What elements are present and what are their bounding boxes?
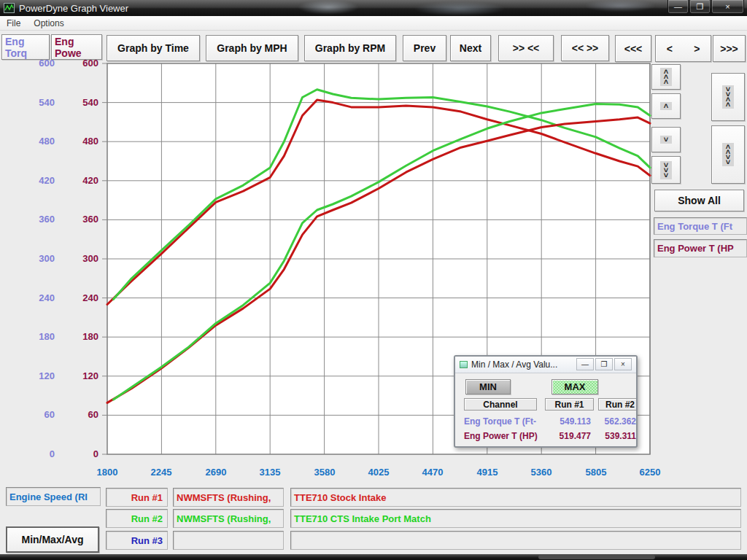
power-tick-360: 360	[66, 214, 98, 225]
rpm-tick-5805: 5805	[576, 467, 616, 478]
scroll-up-button[interactable]: ˄	[651, 93, 681, 119]
power-tick-300: 300	[66, 253, 98, 265]
popup-restore-button[interactable]: ❐	[595, 358, 613, 370]
popup-title-bar[interactable]: Min / Max / Avg Valu... — ❐ ×	[455, 357, 636, 373]
graph-by-mph-button[interactable]: Graph by MPH	[206, 35, 298, 61]
menu-options[interactable]: Options	[27, 17, 70, 30]
popup-power-max-run1: 519.477	[544, 431, 591, 441]
triple-chevron-up-icon: ˄ ˄ ˄	[660, 68, 672, 86]
next-button[interactable]: Next	[450, 35, 491, 61]
menu-file[interactable]: File	[0, 17, 27, 30]
rpm-tick-4470: 4470	[412, 467, 453, 478]
popup-power-max-run2: 539.311	[589, 431, 636, 441]
popup-minimize-button[interactable]: —	[576, 358, 594, 370]
popup-power-channel: Eng Power T (HP)	[464, 431, 538, 441]
rpm-tick-1800: 1800	[87, 467, 128, 478]
torque-tick-420: 420	[23, 175, 55, 187]
torque-tick-360: 360	[23, 214, 55, 225]
rpm-tick-3580: 3580	[304, 467, 345, 478]
torque-tick-0: 0	[23, 448, 55, 460]
popup-window-icon	[460, 361, 468, 368]
rpm-tick-3135: 3135	[249, 467, 290, 478]
minmax-popup-window[interactable]: Min / Max / Avg Valu... — ❐ × MIN MAX Ch…	[454, 355, 638, 448]
run3-file-box[interactable]	[173, 531, 284, 550]
expand-scale-button[interactable]: ˄ ˄ ˅ ˅	[711, 125, 745, 184]
chevron-up-icon: ˄	[660, 102, 672, 110]
torque-tick-540: 540	[23, 97, 55, 109]
rpm-tick-6250: 6250	[630, 467, 670, 478]
popup-header-channel[interactable]: Channel	[464, 398, 537, 411]
prev-button[interactable]: Prev	[403, 35, 446, 61]
rpm-tick-4915: 4915	[467, 467, 508, 478]
power-tick-180: 180	[66, 331, 98, 343]
chevron-down-icon: ˅	[660, 136, 672, 144]
torque-tick-60: 60	[23, 409, 55, 421]
restore-button[interactable]: ❐	[689, 0, 711, 14]
run1-file-box[interactable]: NWMSFTS (Rushing,	[173, 488, 284, 507]
scroll-up-fast-button[interactable]: ˄ ˄ ˄	[651, 64, 681, 90]
popup-close-button[interactable]: ×	[614, 358, 632, 370]
power-tick-120: 120	[66, 370, 98, 382]
pan-right-glyph: >	[694, 43, 700, 55]
power-tick-600: 600	[66, 58, 98, 69]
chevrons-converge-icon: ˅ ˅ ˄ ˄	[722, 85, 734, 109]
popup-title: Min / Max / Avg Valu...	[471, 359, 557, 370]
min-button[interactable]: MIN	[465, 379, 511, 394]
rpm-tick-2690: 2690	[196, 467, 236, 478]
popup-header-run2[interactable]: Run #2	[598, 398, 638, 411]
run3-desc-box[interactable]	[290, 531, 741, 550]
minimize-button[interactable]: —	[667, 0, 689, 14]
max-button[interactable]: MAX	[551, 379, 598, 394]
torque-tick-480: 480	[23, 136, 55, 147]
run1-label-box[interactable]: Run #1	[106, 488, 168, 507]
title-bar[interactable]: PowerDyne Graph Viewer — ❐ ×	[0, 0, 747, 16]
run2-desc-box[interactable]: TTE710 CTS Intake Port Match	[290, 509, 741, 528]
window-bottom-border	[0, 554, 747, 560]
run2-label-box[interactable]: Run #2	[106, 509, 168, 528]
rpm-tick-2245: 2245	[141, 467, 182, 478]
power-tick-240: 240	[66, 292, 98, 304]
zoom-in-button[interactable]: >> <<	[498, 35, 554, 61]
torque-tick-240: 240	[23, 292, 55, 304]
torque-tick-300: 300	[23, 253, 55, 265]
power-tick-60: 60	[66, 409, 98, 421]
pan-far-left-button[interactable]: <<<	[615, 35, 651, 62]
run3-label-box[interactable]: Run #3	[106, 531, 168, 550]
graph-by-rpm-button[interactable]: Graph by RPM	[304, 35, 396, 61]
window-title: PowerDyne Graph Viewer	[19, 3, 128, 14]
scroll-down-button[interactable]: ˅	[651, 127, 681, 152]
triple-chevron-down-icon: ˅ ˅ ˅	[660, 161, 672, 179]
rpm-tick-5360: 5360	[521, 467, 562, 478]
menu-bar: File Options	[0, 16, 747, 31]
power-tick-0: 0	[66, 448, 98, 460]
x-channel-box[interactable]: Engine Speed (RI	[6, 487, 101, 506]
torque-tick-120: 120	[23, 370, 55, 382]
pan-far-right-button[interactable]: >>>	[713, 35, 746, 62]
torque-channel-box[interactable]: Eng Torque T (Ft	[654, 217, 747, 235]
power-channel-box[interactable]: Eng Power T (HP	[654, 239, 747, 257]
popup-torque-channel: Eng Torque T (Ft-	[464, 416, 536, 427]
popup-torque-max-run1: 549.113	[544, 416, 591, 427]
zoom-out-button[interactable]: << >>	[561, 35, 609, 61]
eng-torque-channel-button[interactable]: Eng Torq	[1, 34, 50, 60]
chevrons-diverge-icon: ˄ ˄ ˅ ˅	[722, 143, 734, 166]
minmax-avg-button[interactable]: Min/Max/Avg	[6, 526, 99, 553]
pan-left-glyph: <	[667, 43, 673, 55]
scroll-down-fast-button[interactable]: ˅ ˅ ˅	[651, 156, 681, 184]
bottom-border-highlight	[538, 555, 655, 559]
torque-tick-180: 180	[23, 331, 55, 343]
power-tick-480: 480	[66, 136, 98, 147]
popup-torque-max-run2: 562.362	[589, 416, 636, 427]
compress-scale-button[interactable]: ˅ ˅ ˄ ˄	[711, 73, 745, 121]
show-all-button[interactable]: Show All	[654, 190, 744, 211]
power-tick-420: 420	[66, 175, 98, 187]
torque-tick-600: 600	[23, 58, 55, 69]
run1-desc-box[interactable]: TTE710 Stock Intake	[290, 488, 741, 507]
popup-header-run1[interactable]: Run #1	[545, 398, 594, 411]
graph-by-time-button[interactable]: Graph by Time	[107, 35, 200, 61]
run2-file-box[interactable]: NWMSFTS (Rushing,	[173, 509, 284, 528]
close-button[interactable]: ×	[711, 0, 744, 14]
power-tick-540: 540	[66, 97, 98, 109]
pan-left-right-button[interactable]: < >	[655, 35, 711, 62]
eng-power-channel-button[interactable]: Eng Powe	[51, 34, 102, 60]
